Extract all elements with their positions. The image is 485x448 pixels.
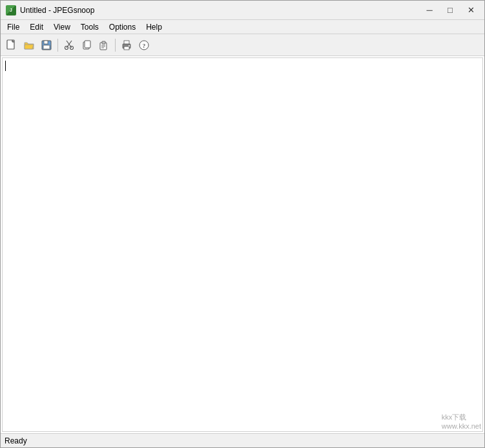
svg-rect-13	[102, 41, 105, 44]
copy-icon	[81, 39, 92, 51]
help-icon: ?	[138, 39, 150, 51]
save-icon	[41, 39, 52, 51]
close-button[interactable]: ✕	[461, 4, 480, 17]
svg-rect-19	[124, 46, 129, 50]
content-area[interactable]	[2, 57, 483, 432]
status-bar: Ready	[1, 433, 484, 447]
help-button[interactable]: ?	[136, 37, 152, 54]
app-icon: J	[6, 5, 16, 15]
window-title: Untitled - JPEGsnoop	[20, 6, 94, 15]
svg-point-20	[129, 45, 130, 46]
title-bar-controls: ─ □ ✕	[420, 4, 480, 17]
svg-rect-11	[85, 41, 90, 48]
new-icon	[6, 39, 17, 51]
paste-icon	[98, 39, 110, 51]
menu-options[interactable]: Options	[104, 21, 141, 34]
svg-text:?: ?	[143, 43, 146, 49]
save-button[interactable]	[38, 37, 55, 54]
toolbar-separator-2	[115, 39, 116, 52]
app-icon-container: J	[6, 5, 16, 15]
maximize-button[interactable]: □	[440, 4, 460, 17]
menu-help[interactable]: Help	[141, 21, 167, 34]
toolbar-separator-1	[57, 39, 58, 52]
title-bar-left: J Untitled - JPEGsnoop	[6, 5, 94, 15]
new-button[interactable]	[3, 37, 20, 54]
open-icon	[23, 39, 35, 51]
main-window: J Untitled - JPEGsnoop ─ □ ✕ File Edit V…	[0, 0, 485, 448]
text-cursor	[5, 61, 6, 71]
menu-file[interactable]: File	[2, 21, 25, 34]
menu-tools[interactable]: Tools	[76, 21, 104, 34]
toolbar: ?	[1, 34, 484, 56]
cut-button[interactable]	[61, 37, 77, 54]
cut-icon	[63, 39, 75, 51]
menu-view[interactable]: View	[48, 21, 76, 34]
title-bar: J Untitled - JPEGsnoop ─ □ ✕	[1, 1, 484, 20]
print-icon	[121, 39, 132, 51]
svg-rect-18	[124, 41, 129, 44]
status-text: Ready	[5, 436, 27, 445]
copy-button[interactable]	[78, 37, 95, 54]
open-button[interactable]	[21, 37, 37, 54]
svg-rect-5	[43, 45, 50, 49]
menu-bar: File Edit View Tools Options Help	[1, 20, 484, 34]
svg-rect-4	[44, 41, 48, 44]
paste-button[interactable]	[96, 37, 112, 54]
print-button[interactable]	[118, 37, 135, 54]
minimize-button[interactable]: ─	[420, 4, 439, 17]
menu-edit[interactable]: Edit	[25, 21, 48, 34]
